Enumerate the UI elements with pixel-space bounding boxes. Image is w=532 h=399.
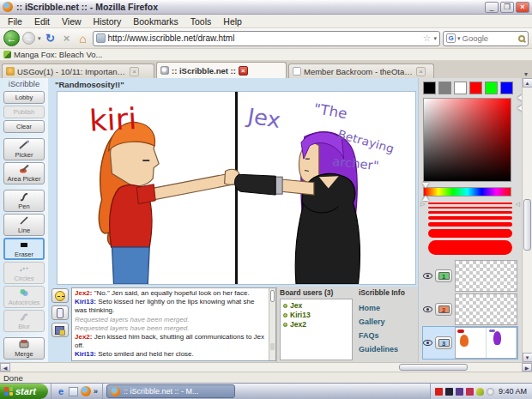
layer-3-thumbnail[interactable] bbox=[455, 327, 517, 359]
search-bar[interactable]: G ▾ bbox=[443, 31, 529, 46]
blur-button[interactable]: Blur bbox=[3, 310, 45, 332]
tray-icon-clock[interactable] bbox=[487, 388, 494, 396]
scroll-right-icon[interactable]: ▶ bbox=[522, 363, 532, 372]
back-button[interactable]: ← bbox=[3, 30, 20, 46]
layer-row-3[interactable]: 3 bbox=[423, 327, 517, 359]
user-row[interactable]: Jex2 bbox=[283, 320, 349, 329]
eraser-button[interactable]: Eraser bbox=[3, 238, 45, 260]
pen-button[interactable]: Pen bbox=[3, 190, 45, 212]
tab-list-dropdown-icon[interactable]: ▾ bbox=[522, 70, 530, 78]
drawing-canvas[interactable]: kiri Jex "The Betraying archer" bbox=[57, 91, 416, 285]
horizontal-scrollbar[interactable]: ◀ ▶ bbox=[0, 362, 532, 372]
tab-close-icon[interactable]: × bbox=[239, 66, 248, 76]
chat-scrollbar-thumb[interactable] bbox=[270, 290, 275, 302]
link-home[interactable]: Home bbox=[359, 304, 414, 312]
swatch-gray[interactable] bbox=[438, 82, 451, 94]
mobile-view-button[interactable] bbox=[51, 305, 69, 320]
swatch-white[interactable] bbox=[454, 82, 467, 94]
publish-button[interactable]: Publish bbox=[3, 106, 45, 118]
menu-history[interactable]: History bbox=[88, 16, 128, 27]
url-input[interactable] bbox=[108, 33, 420, 43]
horizontal-scroll-track[interactable] bbox=[10, 363, 522, 372]
user-row[interactable]: Jex bbox=[283, 301, 349, 311]
board-users-list[interactable]: Jex Kiri13 Jex2 bbox=[280, 299, 353, 360]
away-status-button[interactable] bbox=[51, 288, 69, 303]
tray-icon-ati[interactable] bbox=[435, 388, 443, 396]
horizontal-scroll-thumb[interactable] bbox=[399, 364, 468, 371]
layer-1-button[interactable]: 1 bbox=[435, 269, 452, 282]
brush-size-selector[interactable]: ▷ ◁ bbox=[423, 203, 517, 255]
swatch-black[interactable] bbox=[423, 82, 436, 94]
layer-visibility-icon[interactable] bbox=[423, 340, 432, 346]
tab-close-icon[interactable]: × bbox=[130, 67, 139, 76]
refresh-button[interactable]: ↻ bbox=[44, 32, 57, 45]
stop-button[interactable]: × bbox=[60, 32, 74, 45]
layer-row-2[interactable]: 2 bbox=[423, 293, 517, 325]
start-button[interactable]: start bbox=[0, 384, 48, 399]
vertical-scrollbar[interactable]: ▲ ▼ bbox=[522, 78, 532, 362]
urlbar-dropdown-icon[interactable]: ▾ bbox=[433, 35, 437, 42]
tab-iscribble[interactable]: :: iScribble.net :: × bbox=[156, 62, 287, 78]
sv-marker-icon[interactable] bbox=[517, 105, 522, 112]
brush-size-option[interactable] bbox=[428, 203, 512, 204]
brush-size-option[interactable] bbox=[428, 207, 512, 209]
layer-3-button[interactable]: 3 bbox=[435, 336, 452, 349]
layer-visibility-icon[interactable] bbox=[423, 306, 432, 312]
picker-button[interactable]: Picker bbox=[3, 138, 45, 160]
search-input[interactable] bbox=[462, 33, 517, 43]
desktop-icon[interactable] bbox=[69, 387, 78, 396]
scroll-left-icon[interactable]: ◀ bbox=[0, 363, 10, 372]
tray-icon-f5[interactable] bbox=[456, 388, 463, 396]
internet-explorer-icon[interactable]: e bbox=[56, 386, 66, 396]
link-guidelines[interactable]: Guidelines bbox=[359, 345, 414, 354]
forward-button[interactable]: → bbox=[22, 32, 35, 45]
menu-edit[interactable]: Edit bbox=[28, 16, 56, 27]
link-gallery[interactable]: Gallery bbox=[359, 317, 414, 326]
layer-2-thumbnail[interactable] bbox=[455, 293, 517, 325]
menu-view[interactable]: View bbox=[56, 16, 88, 27]
tab-member-backroom[interactable]: Member Backroom - theOtaku.com × bbox=[288, 63, 434, 78]
tab-usgov[interactable]: USGov(1) - 10/11: Important Documen... × bbox=[2, 63, 154, 78]
tab-close-icon[interactable]: × bbox=[416, 67, 426, 76]
hue-marker-top-icon[interactable] bbox=[422, 183, 429, 188]
bookmark-manga-fox[interactable]: Manga Fox: Bleach Vo... bbox=[14, 50, 103, 59]
brush-size-option[interactable] bbox=[428, 216, 512, 220]
close-button[interactable]: × bbox=[516, 2, 529, 13]
tray-icon-shield[interactable] bbox=[476, 388, 484, 396]
taskbar-item-firefox[interactable]: :: iScribble.net :: - M... bbox=[106, 384, 235, 398]
quicklaunch-overflow-chevron[interactable]: » bbox=[94, 387, 98, 396]
menu-file[interactable]: File bbox=[2, 16, 28, 27]
scroll-down-icon[interactable]: ▼ bbox=[523, 353, 532, 362]
lobby-button[interactable]: Lobby bbox=[3, 91, 45, 104]
engine-dropdown-icon[interactable]: ▾ bbox=[457, 35, 461, 42]
merge-button[interactable]: Merge bbox=[3, 337, 45, 360]
brush-size-option[interactable] bbox=[428, 211, 512, 214]
search-icon[interactable] bbox=[518, 35, 525, 42]
area-picker-button[interactable]: Area Picker bbox=[3, 162, 45, 184]
tray-icon-messenger[interactable] bbox=[466, 388, 474, 396]
brush-size-option[interactable] bbox=[428, 222, 512, 227]
layer-row-1[interactable]: 1 bbox=[423, 260, 517, 292]
chat-log[interactable]: Jex2: "No." Jen said, an equally hopeful… bbox=[71, 287, 276, 361]
url-bar[interactable]: ☆ ▾ bbox=[93, 31, 440, 46]
layer-2-button[interactable]: 2 bbox=[435, 303, 452, 316]
bookmark-star-icon[interactable]: ☆ bbox=[423, 33, 432, 44]
saturation-value-picker[interactable] bbox=[423, 98, 511, 182]
clear-button[interactable]: Clear bbox=[3, 120, 45, 133]
line-button[interactable]: Line bbox=[3, 214, 45, 236]
menu-help[interactable]: Help bbox=[217, 16, 248, 27]
hue-slider[interactable] bbox=[423, 187, 511, 196]
google-engine-icon[interactable]: G bbox=[446, 33, 456, 43]
brush-size-option[interactable] bbox=[428, 229, 512, 238]
swatch-red[interactable] bbox=[469, 82, 482, 94]
minimize-button[interactable]: _ bbox=[485, 2, 499, 13]
menu-bookmarks[interactable]: Bookmarks bbox=[127, 16, 184, 27]
vertical-scroll-track[interactable] bbox=[523, 88, 532, 353]
restore-button[interactable]: ❐ bbox=[500, 2, 514, 13]
home-button[interactable]: ⌂ bbox=[76, 32, 90, 45]
autocircles-button[interactable]: Autocircles bbox=[3, 286, 45, 308]
menu-tools[interactable]: Tools bbox=[184, 16, 218, 27]
sv-marker-icon[interactable] bbox=[517, 94, 522, 101]
save-board-button[interactable] bbox=[51, 323, 69, 337]
scroll-up-icon[interactable]: ▲ bbox=[523, 78, 532, 88]
